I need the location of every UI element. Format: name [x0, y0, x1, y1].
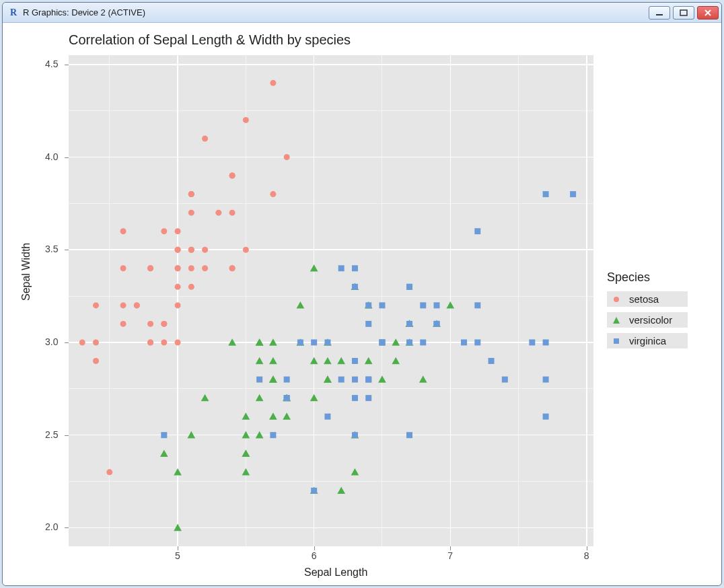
svg-point-31: [134, 302, 140, 308]
svg-rect-145: [420, 302, 426, 308]
x-tick-label: 8: [584, 550, 589, 561]
svg-rect-108: [161, 432, 167, 438]
y-tick-label: 3.0: [45, 336, 58, 347]
svg-marker-81: [269, 412, 277, 420]
svg-rect-125: [352, 395, 358, 401]
svg-marker-78: [419, 375, 427, 383]
svg-rect-113: [365, 395, 371, 401]
svg-rect-147: [406, 339, 412, 345]
svg-rect-146: [406, 284, 412, 290]
svg-rect-151: [297, 339, 303, 345]
svg-rect-121: [311, 488, 317, 494]
svg-marker-66: [256, 357, 264, 365]
svg-point-38: [243, 247, 249, 253]
svg-rect-112: [379, 302, 385, 308]
svg-marker-87: [310, 264, 318, 272]
svg-marker-153: [613, 317, 620, 324]
legend-item-versicolor: versicolor: [607, 312, 688, 328]
svg-point-24: [120, 228, 126, 234]
y-tick-label: 2.5: [45, 429, 58, 440]
chart-title: Correlation of Sepal Length & Width by s…: [69, 32, 351, 48]
svg-point-49: [120, 302, 126, 308]
svg-point-19: [188, 247, 194, 253]
minimize-button[interactable]: [649, 6, 670, 20]
svg-point-3: [161, 339, 167, 345]
legend-item-setosa: setosa: [607, 291, 688, 307]
svg-marker-83: [242, 449, 250, 457]
svg-marker-101: [269, 375, 277, 383]
svg-rect-119: [543, 191, 549, 197]
svg-rect-116: [284, 377, 290, 383]
svg-point-26: [147, 265, 153, 271]
x-tick-label: 5: [175, 550, 180, 561]
legend: Species setosaversicolorvirginica: [607, 270, 688, 354]
svg-marker-62: [174, 524, 182, 531]
svg-point-5: [120, 321, 126, 327]
svg-rect-142: [406, 321, 412, 327]
svg-point-51: [175, 284, 181, 290]
svg-marker-86: [228, 338, 236, 346]
svg-point-8: [120, 265, 126, 271]
svg-marker-76: [365, 357, 373, 365]
svg-marker-97: [269, 338, 277, 346]
app-icon: R: [8, 7, 19, 18]
svg-rect-148: [352, 432, 358, 438]
svg-point-16: [284, 154, 290, 160]
svg-marker-98: [269, 357, 277, 365]
svg-point-48: [188, 191, 194, 197]
svg-rect-107: [529, 339, 535, 345]
y-tick-label: 3.5: [45, 244, 58, 254]
svg-point-17: [270, 80, 276, 86]
legend-item-virginica: virginica: [607, 333, 688, 348]
svg-marker-59: [160, 449, 168, 457]
svg-point-43: [106, 469, 112, 475]
svg-rect-117: [365, 302, 371, 308]
points-layer: [69, 55, 593, 546]
svg-rect-132: [502, 377, 508, 383]
svg-rect-137: [543, 339, 549, 345]
svg-point-47: [147, 339, 153, 345]
svg-rect-139: [365, 321, 371, 327]
titlebar[interactable]: R R Graphics: Device 2 (ACTIVE): [3, 3, 721, 23]
svg-rect-140: [311, 339, 317, 345]
svg-rect-104: [461, 339, 467, 345]
svg-marker-85: [310, 394, 318, 402]
svg-rect-1: [680, 10, 687, 15]
svg-point-28: [175, 265, 181, 271]
svg-rect-120: [543, 414, 549, 420]
window-frame: R R Graphics: Device 2 (ACTIVE) Correlat…: [2, 2, 722, 586]
y-tick-label: 2.0: [45, 521, 58, 532]
legend-title: Species: [607, 270, 688, 285]
svg-point-20: [270, 191, 276, 197]
svg-point-27: [175, 339, 181, 345]
svg-rect-150: [338, 265, 345, 271]
svg-marker-65: [324, 357, 332, 365]
maximize-button[interactable]: [673, 6, 694, 20]
plot-area: [69, 55, 593, 546]
svg-point-44: [93, 302, 99, 308]
svg-marker-75: [324, 375, 332, 383]
svg-marker-71: [256, 431, 264, 439]
svg-rect-109: [488, 358, 495, 364]
close-button[interactable]: [697, 6, 719, 20]
svg-point-18: [229, 173, 236, 179]
svg-rect-128: [338, 377, 345, 383]
svg-marker-61: [201, 394, 209, 402]
svg-point-35: [243, 117, 249, 123]
svg-marker-52: [446, 301, 454, 309]
svg-rect-105: [352, 358, 358, 364]
svg-rect-127: [474, 302, 480, 308]
svg-rect-124: [543, 377, 549, 383]
svg-point-50: [215, 210, 221, 216]
y-tick-label: 4.0: [45, 151, 58, 162]
svg-point-152: [614, 297, 619, 302]
svg-marker-72: [297, 301, 305, 309]
svg-marker-77: [392, 338, 400, 346]
svg-rect-143: [434, 321, 440, 327]
svg-rect-122: [434, 302, 440, 308]
svg-point-6: [175, 228, 181, 234]
svg-rect-133: [570, 191, 576, 197]
svg-rect-102: [352, 284, 358, 290]
svg-marker-90: [256, 338, 264, 346]
svg-point-34: [202, 135, 208, 141]
